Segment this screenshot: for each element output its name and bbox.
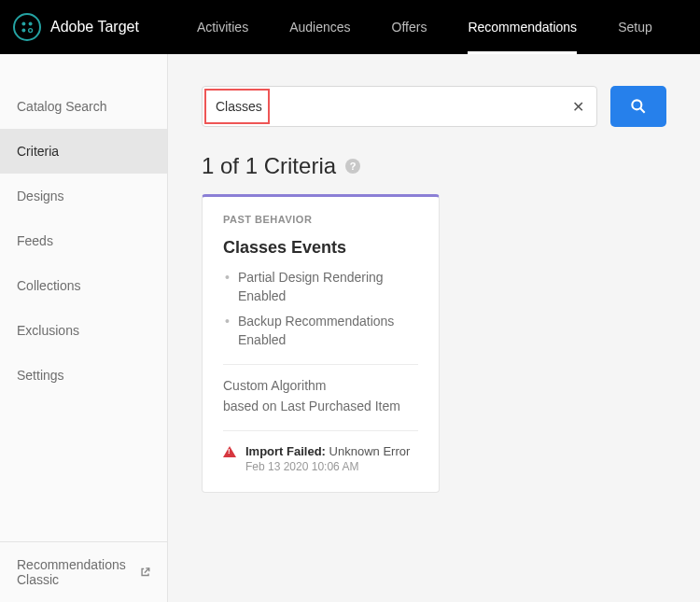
status-label: Import Failed: xyxy=(245,444,326,458)
nav-activities[interactable]: Activities xyxy=(176,0,269,54)
sidebar-item-designs[interactable]: Designs xyxy=(0,174,167,218)
criteria-card[interactable]: PAST BEHAVIOR Classes Events Partial Des… xyxy=(202,194,440,493)
nav-offers[interactable]: Offers xyxy=(371,0,448,54)
sidebar: Catalog Search Criteria Designs Feeds Co… xyxy=(0,54,168,602)
close-icon: ✕ xyxy=(572,99,584,115)
main: Catalog Search Criteria Designs Feeds Co… xyxy=(0,54,700,602)
svg-point-0 xyxy=(21,21,25,25)
sidebar-item-label: Feeds xyxy=(17,233,53,248)
search-button[interactable] xyxy=(610,86,666,127)
sidebar-item-settings[interactable]: Settings xyxy=(0,353,167,398)
svg-line-5 xyxy=(640,108,645,113)
sidebar-item-label: Settings xyxy=(17,368,64,383)
results-title: 1 of 1 Criteria xyxy=(202,153,336,179)
sidebar-item-label: Criteria xyxy=(17,144,59,159)
sidebar-item-exclusions[interactable]: Exclusions xyxy=(0,308,167,353)
nav-audiences[interactable]: Audiences xyxy=(269,0,371,54)
card-algorithm: Custom Algorithm xyxy=(223,378,418,393)
status-date: Feb 13 2020 10:06 AM xyxy=(245,460,410,473)
sidebar-item-classic[interactable]: Recommendations Classic xyxy=(0,542,167,602)
status-row: Import Failed: Unknown Error Feb 13 2020… xyxy=(223,444,418,473)
sidebar-item-label: Designs xyxy=(17,189,64,203)
results-header: 1 of 1 Criteria ? xyxy=(202,153,666,179)
svg-point-1 xyxy=(29,21,33,25)
top-nav: Adobe Target Activities Audiences Offers… xyxy=(0,0,700,54)
clear-search-button[interactable]: ✕ xyxy=(559,98,596,116)
sidebar-item-label: Exclusions xyxy=(17,323,79,338)
card-feature-list: Partial Design Rendering Enabled Backup … xyxy=(223,269,418,349)
search-input-wrap: ✕ xyxy=(202,86,597,127)
list-item: Backup Recommendations Enabled xyxy=(223,313,418,349)
sidebar-item-label: Collections xyxy=(17,278,80,293)
warning-icon xyxy=(223,446,236,457)
external-link-icon xyxy=(140,566,150,579)
help-icon[interactable]: ? xyxy=(345,159,360,174)
card-tag: PAST BEHAVIOR xyxy=(223,214,418,225)
app-logo-wrap: Adobe Target xyxy=(13,13,139,41)
divider xyxy=(223,430,418,431)
app-title: Adobe Target xyxy=(50,19,139,35)
svg-point-2 xyxy=(21,29,25,33)
search-input[interactable] xyxy=(203,88,559,125)
nav-recommendations[interactable]: Recommendations xyxy=(447,0,597,54)
sidebar-item-criteria[interactable]: Criteria xyxy=(0,129,167,174)
svg-point-3 xyxy=(29,29,33,33)
divider xyxy=(223,364,418,365)
content: ✕ 1 of 1 Criteria ? PAST BEHAVIOR Classe… xyxy=(168,54,700,602)
sidebar-item-label: Catalog Search xyxy=(17,99,107,114)
status-message: Unknown Error xyxy=(329,444,411,458)
search-row: ✕ xyxy=(202,86,666,127)
card-title: Classes Events xyxy=(223,238,418,258)
sidebar-item-feeds[interactable]: Feeds xyxy=(0,218,167,263)
nav-setup[interactable]: Setup xyxy=(597,0,673,54)
sidebar-item-collections[interactable]: Collections xyxy=(0,263,167,308)
status-text: Import Failed: Unknown Error Feb 13 2020… xyxy=(245,444,410,473)
sidebar-item-label: Recommendations Classic xyxy=(17,557,140,587)
sidebar-item-catalog-search[interactable]: Catalog Search xyxy=(0,84,167,129)
card-based-on: based on Last Purchased Item xyxy=(223,399,418,413)
svg-point-4 xyxy=(632,100,641,109)
list-item: Partial Design Rendering Enabled xyxy=(223,269,418,305)
app-logo-icon xyxy=(13,13,41,41)
search-icon xyxy=(629,97,648,116)
nav-items: Activities Audiences Offers Recommendati… xyxy=(176,0,673,54)
